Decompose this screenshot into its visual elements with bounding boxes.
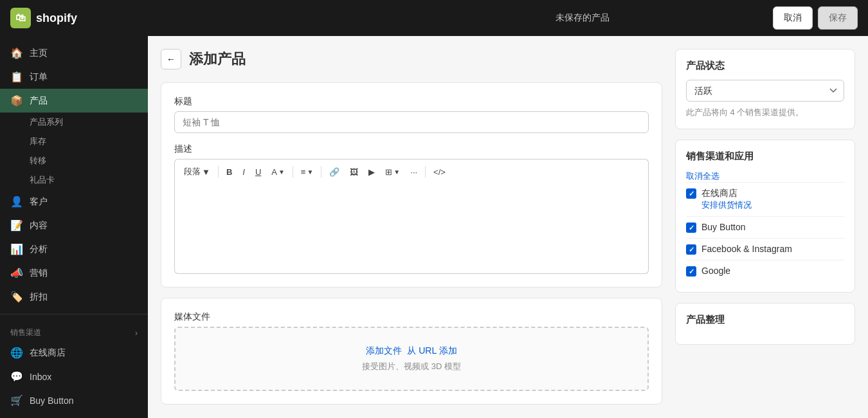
sidebar-item-label: Buy Button xyxy=(30,395,74,406)
organize-card: 产品整理 xyxy=(675,303,855,345)
topbar-actions: 取消 保存 xyxy=(773,6,858,30)
products-icon: 📦 xyxy=(10,95,23,107)
bold-button[interactable]: B xyxy=(222,165,236,179)
sidebar-item-label: 折扣 xyxy=(30,291,48,303)
sidebar-item-label: 内容 xyxy=(30,220,48,232)
main-form: ← 添加产品 标题 描述 段落 ▼ B xyxy=(161,49,662,405)
sidebar-sub-transfer[interactable]: 转移 xyxy=(0,151,148,170)
analytics-icon: 📊 xyxy=(10,243,23,255)
toolbar-divider-2 xyxy=(293,166,293,177)
logo-text: shopify xyxy=(36,12,77,25)
orders-icon: 📋 xyxy=(10,71,23,83)
marketing-icon: 📣 xyxy=(10,267,23,279)
italic-button[interactable]: I xyxy=(239,165,249,179)
back-button[interactable]: ← xyxy=(161,49,181,69)
sidebar-sub-gift-cards[interactable]: 礼品卡 xyxy=(0,170,148,190)
link-button[interactable]: 🔗 xyxy=(325,165,343,179)
sidebar-section-sales: 销售渠道 › xyxy=(0,320,148,341)
topbar: 🛍 shopify 未保存的产品 取消 保存 xyxy=(0,0,868,36)
channel-online-store: 在线商店 安排供货情况 xyxy=(686,182,844,216)
online-store-icon: 🌐 xyxy=(10,347,23,359)
home-icon: 🏠 xyxy=(10,47,23,59)
sidebar: 🏠 主页 📋 订单 📦 产品 产品系列 库存 转移 礼品卡 👤 客户 📝 内容 … xyxy=(0,36,148,418)
more-button[interactable]: ··· xyxy=(406,165,421,179)
channel-facebook-instagram: Facebook & Instagram xyxy=(686,238,844,260)
align-button[interactable]: ≡▼ xyxy=(297,165,318,179)
sidebar-item-label: 客户 xyxy=(30,196,48,208)
inbox-icon: 💬 xyxy=(10,370,23,383)
sidebar-item-products[interactable]: 📦 产品 xyxy=(0,89,148,113)
channels-card: 销售渠道和应用 取消全选 在线商店 安排供货情况 Buy Button xyxy=(675,140,855,293)
table-button[interactable]: ⊞▼ xyxy=(381,165,404,179)
title-input[interactable] xyxy=(174,111,649,133)
title-label: 标题 xyxy=(174,96,649,107)
buy-button-icon: 🛒 xyxy=(10,394,23,406)
expand-icon: › xyxy=(135,329,138,338)
channel-buy-button: Buy Button xyxy=(686,216,844,238)
add-file-link[interactable]: 添加文件 xyxy=(366,345,402,357)
channel-checkbox-facebook-instagram[interactable] xyxy=(686,244,696,255)
toolbar-divider-1 xyxy=(218,166,219,177)
video-button[interactable]: ▶ xyxy=(365,165,379,179)
code-button[interactable]: </> xyxy=(429,165,449,179)
sidebar-item-content[interactable]: 📝 内容 xyxy=(0,214,148,237)
cancel-button[interactable]: 取消 xyxy=(773,6,813,30)
sidebar-item-facebook-instagram[interactable]: 📘 Facebook & Instagram xyxy=(0,412,148,418)
sidebar-divider xyxy=(0,314,148,314)
sidebar-item-online-store[interactable]: 🌐 在线商店 xyxy=(0,341,148,365)
page-header: ← 添加产品 xyxy=(161,49,662,69)
logo: 🛍 shopify xyxy=(10,8,392,28)
media-upload-area[interactable]: 添加文件 从 URL 添加 接受图片、视频或 3D 模型 xyxy=(174,327,649,391)
cancel-all-link[interactable]: 取消全选 xyxy=(686,171,719,181)
channel-info-google: Google xyxy=(701,266,844,276)
sidebar-sub-inventory[interactable]: 库存 xyxy=(0,132,148,151)
status-hint: 此产品将向 4 个销售渠道提供。 xyxy=(686,107,844,118)
save-button[interactable]: 保存 xyxy=(818,6,858,30)
image-button[interactable]: 🖼 xyxy=(346,165,362,179)
sidebar-item-label: 分析 xyxy=(30,244,48,255)
underline-button[interactable]: U xyxy=(251,165,265,179)
dropdown-arrow: ▼ xyxy=(202,167,210,177)
customers-icon: 👤 xyxy=(10,195,23,208)
channel-google: Google xyxy=(686,260,844,282)
channel-info-buy-button: Buy Button xyxy=(701,222,844,232)
sidebar-item-analytics[interactable]: 📊 分析 xyxy=(0,237,148,261)
sidebar-item-inbox[interactable]: 💬 Inbox xyxy=(0,365,148,388)
add-url-link[interactable]: 从 URL 添加 xyxy=(407,345,457,357)
sidebar-item-orders[interactable]: 📋 订单 xyxy=(0,65,148,89)
media-card: 媒体文件 添加文件 从 URL 添加 接受图片、视频或 3D 模型 xyxy=(161,298,662,404)
content-icon: 📝 xyxy=(10,219,23,232)
sidebar-sub-product-series[interactable]: 产品系列 xyxy=(0,113,148,132)
toolbar-divider-3 xyxy=(321,166,321,177)
paragraph-dropdown[interactable]: 段落 ▼ xyxy=(180,163,214,180)
description-section: 描述 段落 ▼ B I U A▼ ≡▼ xyxy=(174,143,649,274)
channel-info-facebook-instagram: Facebook & Instagram xyxy=(701,244,844,254)
sidebar-item-label: Inbox xyxy=(30,372,51,382)
main-layout: 🏠 主页 📋 订单 📦 产品 产品系列 库存 转移 礼品卡 👤 客户 📝 内容 … xyxy=(0,36,868,418)
status-select[interactable]: 活跃 草稿 xyxy=(686,80,844,102)
status-card-title: 产品状态 xyxy=(686,60,844,72)
sidebar-item-label: 在线商店 xyxy=(30,347,66,359)
sidebar-right: 产品状态 活跃 草稿 此产品将向 4 个销售渠道提供。 销售渠道和应用 取消全选… xyxy=(675,49,855,405)
shopify-icon: 🛍 xyxy=(10,8,31,28)
channel-checkbox-buy-button[interactable] xyxy=(686,223,696,233)
editor-body[interactable] xyxy=(174,184,649,274)
channel-info-online-store: 在线商店 安排供货情况 xyxy=(701,188,844,211)
text-color-button[interactable]: A▼ xyxy=(267,165,289,179)
sidebar-item-discounts[interactable]: 🏷️ 折扣 xyxy=(0,285,148,309)
discounts-icon: 🏷️ xyxy=(10,291,23,303)
channels-card-title: 销售渠道和应用 xyxy=(686,150,844,163)
channel-checkbox-online-store[interactable] xyxy=(686,188,696,199)
sidebar-item-label: 营销 xyxy=(30,268,48,279)
desc-label: 描述 xyxy=(174,143,649,155)
page-title: 添加产品 xyxy=(189,50,246,69)
sidebar-item-customers[interactable]: 👤 客户 xyxy=(0,190,148,214)
topbar-title: 未保存的产品 xyxy=(392,12,773,24)
media-upload-links: 添加文件 从 URL 添加 xyxy=(366,345,457,357)
sidebar-item-buy-button[interactable]: 🛒 Buy Button xyxy=(0,388,148,412)
product-details-card: 标题 描述 段落 ▼ B I U A▼ xyxy=(161,82,662,287)
channel-checkbox-google[interactable] xyxy=(686,266,696,277)
sidebar-item-label: 主页 xyxy=(30,48,48,59)
sidebar-item-marketing[interactable]: 📣 营销 xyxy=(0,261,148,285)
sidebar-item-home[interactable]: 🏠 主页 xyxy=(0,41,148,65)
